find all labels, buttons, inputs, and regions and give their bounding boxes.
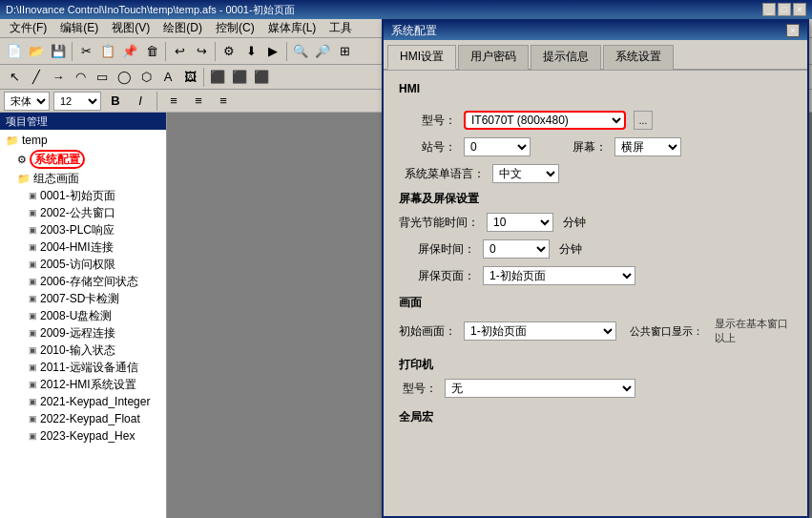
align-left-text-button[interactable]: ≡ [163,91,184,112]
text-button[interactable]: A [157,67,178,88]
align-center-button[interactable]: ⬛ [229,67,250,88]
align-left-button[interactable]: ⬛ [207,67,228,88]
tree-screen-2022[interactable]: ▣ 2022-Keypad_Float [2,410,164,427]
initial-screen-select[interactable]: 1-初始页面 [464,321,616,341]
rect-button[interactable]: ▭ [92,67,113,88]
zoom-out-button[interactable]: 🔎 [312,41,333,62]
tree-screen-2012[interactable]: ▣ 2012-HMI系统设置 [2,376,164,393]
menu-tools[interactable]: 工具 [323,19,358,37]
backlight-select[interactable]: 10 [487,213,553,232]
menu-view[interactable]: 视图(V) [106,19,156,37]
tree-screen-2021[interactable]: ▣ 2021-Keypad_Integer [2,393,164,410]
tree-screen-label-2021: 2021-Keypad_Integer [40,394,150,409]
redo-button[interactable]: ↪ [191,41,212,62]
printer-type-select[interactable]: 无 [445,379,635,398]
undo-button[interactable]: ↩ [169,41,190,62]
zoom-in-button[interactable]: 🔍 [290,41,311,62]
tree-screen-2010[interactable]: ▣ 2010-输入状态 [2,342,164,359]
font-size-select[interactable]: 12 [53,92,101,111]
italic-button[interactable]: I [130,91,151,112]
line-button[interactable]: ╱ [26,67,47,88]
polygon-button[interactable]: ⬡ [135,67,156,88]
tree-screen-2023[interactable]: ▣ 2023-Keypad_Hex [2,427,164,445]
zoom-fit-button[interactable]: ⊞ [334,41,355,62]
menu-control[interactable]: 控制(C) [210,19,260,37]
tree-screen-2004[interactable]: ▣ 2004-HMI连接 [2,238,164,256]
tree-screen-label-2012: 2012-HMI系统设置 [40,377,136,392]
copy-button[interactable]: 📋 [97,41,118,62]
download-button[interactable]: ⬇ [240,41,261,62]
tree-screens-folder[interactable]: 📁 组态画面 [2,170,164,187]
screen-icon-2011: ▣ [29,360,37,375]
lang-select[interactable]: 中文 [492,164,559,183]
tab-hmi-settings[interactable]: HMI设置 [387,45,456,70]
paste-button[interactable]: 📌 [119,41,140,62]
backlight-label: 背光节能时间： [399,215,479,231]
font-name-select[interactable]: 宋体 [4,92,50,111]
tree-screen-2003[interactable]: ▣ 2003-PLC响应 [2,221,164,238]
tree-screen-label-2003: 2003-PLC响应 [40,222,115,238]
menu-media[interactable]: 媒体库(L) [262,19,323,37]
menu-edit[interactable]: 编辑(E) [54,19,104,37]
menu-draw[interactable]: 绘图(D) [157,19,208,37]
tree-screen-2008[interactable]: ▣ 2008-U盘检测 [2,307,164,324]
tree-screen-0001[interactable]: ▣ 0001-初始页面 [2,187,164,204]
arc-button[interactable]: ◠ [70,67,91,88]
save-button[interactable]: 💾 [48,41,69,62]
global-macro-title: 全局宏 [399,409,792,425]
tree-screen-label-2006: 2006-存储空间状态 [40,274,138,289]
title-bar: D:\IInovance Control\InoTouch\temp\temp.… [0,0,812,19]
tree-screen-2009[interactable]: ▣ 2009-远程连接 [2,324,164,342]
tab-user-password[interactable]: 用户密码 [458,45,529,70]
tree-screen-label-2004: 2004-HMI连接 [40,239,114,255]
select-button[interactable]: ↖ [4,67,25,88]
tab-hints[interactable]: 提示信息 [531,45,601,70]
separator-1 [72,42,73,61]
tree-screen-label-2005: 2005-访问权限 [40,257,115,272]
screensaver-section-title: 屏幕及屏保设置 [399,191,792,207]
dialog-close-button[interactable]: × [786,24,800,37]
minimize-button[interactable]: _ [762,3,776,16]
tree-screen-2005[interactable]: ▣ 2005-访问权限 [2,256,164,273]
screensaver-time-select[interactable]: 0 [483,239,550,259]
separator-6 [156,92,157,111]
station-label: 站号： [399,139,456,155]
screen-icon-2002: ▣ [29,205,37,220]
arrow-button[interactable]: → [48,67,69,88]
align-right-text-button[interactable]: ≡ [213,91,234,112]
hmi-type-select[interactable]: IT6070T (800x480) [464,111,626,130]
align-right-button[interactable]: ⬛ [251,67,272,88]
open-button[interactable]: 📂 [26,41,47,62]
image-button[interactable]: 🖼 [179,67,200,88]
tree-screen-2006[interactable]: ▣ 2006-存储空间状态 [2,273,164,290]
station-select[interactable]: 0 [464,137,531,156]
screen-orientation-select[interactable]: 横屏 [614,137,681,156]
title-bar-buttons: _ □ × [762,3,806,16]
screensaver-page-select[interactable]: 1-初始页面 [483,266,635,285]
tree-screen-2011[interactable]: ▣ 2011-远端设备通信 [2,359,164,376]
tree-screens-label: 组态画面 [33,171,79,186]
dialog-title-bar: 系统配置 × [384,21,807,40]
close-button[interactable]: × [793,3,806,16]
tree-screen-2007[interactable]: ▣ 2007-SD卡检测 [2,290,164,307]
hmi-type-row: 型号： IT6070T (800x480) ... [399,111,792,130]
ellipse-button[interactable]: ◯ [114,67,135,88]
maximize-button[interactable]: □ [778,3,791,16]
tab-system-settings[interactable]: 系统设置 [603,45,674,70]
compile-button[interactable]: ⚙ [219,41,239,62]
system-config-dialog: 系统配置 × HMI设置 用户密码 提示信息 系统设置 HMI 型号： IT60… [382,19,809,518]
new-button[interactable]: 📄 [4,41,25,62]
tree-system-config[interactable]: ⚙ 系统配置 [2,149,164,170]
bold-button[interactable]: B [105,91,126,112]
tree-screen-2002[interactable]: ▣ 2002-公共窗口 [2,204,164,221]
align-center-text-button[interactable]: ≡ [188,91,209,112]
tree-area[interactable]: 📁 temp ⚙ 系统配置 📁 组态画面 ▣ 0001-初始页面 ▣ 2002-… [0,130,166,518]
simulate-button[interactable]: ▶ [262,41,283,62]
tree-root[interactable]: 📁 temp [2,132,164,149]
cut-button[interactable]: ✂ [75,41,96,62]
hmi-station-screen-row: 站号： 0 屏幕： 横屏 [399,137,792,156]
tree-screen-label-2002: 2002-公共窗口 [40,205,115,220]
hmi-type-expand-button[interactable]: ... [634,111,653,130]
menu-file[interactable]: 文件(F) [4,19,52,37]
delete-button[interactable]: 🗑 [141,41,162,62]
